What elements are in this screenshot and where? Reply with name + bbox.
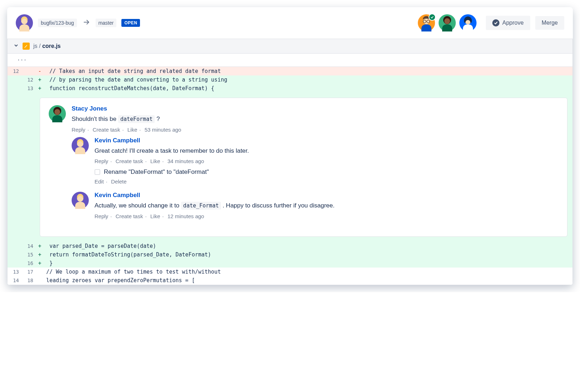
diff-line[interactable]: 12- // Takes an input date string and re… (8, 67, 572, 75)
code-text: return formatDateToString(parsed_Date, D… (43, 250, 572, 259)
timestamp: 12 minutes ago (168, 213, 204, 219)
line-num-old (8, 250, 22, 259)
line-num-old: 13 (8, 268, 22, 276)
task-checkbox[interactable] (95, 169, 100, 175)
reviewer-2[interactable] (439, 14, 456, 31)
reviewer-3[interactable] (459, 14, 477, 31)
line-num-old: 12 (8, 67, 22, 75)
line-num-new (22, 67, 36, 75)
comment-thread: Stacy Jones Shouldn't this be dateFormat… (40, 98, 567, 237)
line-num-new: 15 (22, 250, 36, 259)
diff-body: ··· 12- // Takes an input date string an… (7, 54, 573, 285)
line-num-old (8, 75, 22, 84)
line-num-new: 13 (22, 84, 36, 93)
diff-marker (36, 268, 43, 276)
code-text: leading zeroes var prependZeroPermutatio… (43, 276, 572, 285)
timestamp: 53 minutes ago (145, 127, 182, 133)
pr-card: bugfix/123-bug master OPEN Approve Merge (7, 7, 573, 285)
reply-link[interactable]: Reply (95, 158, 108, 164)
comment-avatar[interactable] (72, 137, 89, 154)
comment-author[interactable]: Stacy Jones (72, 105, 559, 112)
task-item[interactable]: Rename "DateFormat" to "dateFormat" (95, 168, 559, 176)
like-link[interactable]: Like (150, 213, 160, 219)
target-branch[interactable]: master (96, 19, 117, 27)
line-num-old (8, 242, 22, 250)
timestamp: 34 minutes ago (168, 158, 204, 164)
create-task-link[interactable]: Create task (93, 127, 120, 133)
create-task-link[interactable]: Create task (116, 213, 143, 219)
code-text: var parsed_Date = parseDate(date) (43, 242, 572, 250)
comment-avatar[interactable] (72, 192, 89, 209)
line-num-old (8, 259, 22, 268)
file-modified-icon (23, 43, 30, 50)
edit-link[interactable]: Edit (95, 178, 104, 185)
line-num-new: 17 (22, 268, 36, 276)
comment-actions: Reply· Create task· Like· 12 minutes ago (95, 213, 559, 219)
code-text: // We loop a maximum of two times to tes… (43, 268, 572, 276)
comment-2: Kevin Campbell Great catch! I'll create … (72, 137, 559, 189)
author-avatar[interactable] (16, 14, 33, 31)
diff-line[interactable]: 15+ return formatDateToString(parsed_Dat… (8, 250, 572, 259)
diff-marker: + (36, 75, 43, 84)
merge-button[interactable]: Merge (535, 16, 564, 30)
check-circle-icon (492, 19, 499, 26)
line-num-new: 16 (22, 259, 36, 268)
comment-actions: Reply· Create task· Like· 34 minutes ago (95, 158, 559, 164)
create-task-link[interactable]: Create task (116, 158, 143, 164)
diff-marker: + (36, 84, 43, 93)
code-text: // by parsing the date and converting to… (43, 75, 572, 84)
diff-line[interactable]: 13+ function reconstructDateMatches(date… (8, 84, 572, 93)
reply-link[interactable]: Reply (95, 213, 108, 219)
comment-text: Shouldn't this be dateFormat ? (72, 114, 559, 124)
line-num-old (8, 84, 22, 93)
source-branch[interactable]: bugfix/123-bug (38, 19, 77, 27)
approve-button[interactable]: Approve (486, 16, 530, 30)
diff-marker: + (36, 259, 43, 268)
reviewer-1[interactable] (418, 14, 435, 31)
like-link[interactable]: Like (150, 158, 160, 164)
chevron-down-icon[interactable] (13, 43, 19, 50)
diff-marker (36, 276, 43, 285)
code-text: function reconstructDateMatches(date, Da… (43, 84, 572, 93)
diff-marker: + (36, 242, 43, 250)
comment-author[interactable]: Kevin Campbell (95, 192, 559, 199)
approved-check-icon (429, 14, 436, 21)
task-actions: Edit· Delete (95, 178, 559, 185)
diff-marker: - (36, 67, 43, 75)
comment-text: Actually, we should change it to date_Fo… (95, 201, 559, 210)
line-num-new: 14 (22, 242, 36, 250)
comment-thread-wrap: Stacy Jones Shouldn't this be dateFormat… (8, 93, 572, 242)
diff-line[interactable]: 1418leading zeroes var prependZeroPermut… (8, 276, 572, 285)
diff-expand[interactable]: ··· (8, 54, 572, 67)
reviewers (418, 14, 477, 31)
file-path: js / core.js (33, 43, 61, 49)
line-num-new: 12 (22, 75, 36, 84)
comment-author[interactable]: Kevin Campbell (95, 137, 559, 144)
diff-line[interactable]: 16+ } (8, 259, 572, 268)
comment-avatar[interactable] (49, 105, 66, 122)
comment-text: Great catch! I'll create a task to remem… (95, 146, 559, 156)
line-num-old: 14 (8, 276, 22, 285)
pr-header: bugfix/123-bug master OPEN Approve Merge (7, 7, 573, 39)
diff-marker: + (36, 250, 43, 259)
comment-3: Kevin Campbell Actually, we should chang… (72, 192, 559, 224)
status-badge: OPEN (121, 19, 140, 27)
comment-actions: Reply· Create task· Like· 53 minutes ago (72, 127, 559, 133)
line-num-new: 18 (22, 276, 36, 285)
diff-line[interactable]: 14+ var parsed_Date = parseDate(date) (8, 242, 572, 250)
delete-link[interactable]: Delete (111, 178, 126, 185)
file-header[interactable]: js / core.js (7, 39, 573, 54)
like-link[interactable]: Like (127, 127, 137, 133)
arrow-icon (82, 18, 91, 28)
code-text: // Takes an input date string and relate… (43, 67, 572, 75)
diff-line[interactable]: 1317// We loop a maximum of two times to… (8, 268, 572, 276)
diff-line[interactable]: 12+ // by parsing the date and convertin… (8, 75, 572, 84)
reply-link[interactable]: Reply (72, 127, 85, 133)
comment-1: Stacy Jones Shouldn't this be dateFormat… (49, 105, 559, 226)
code-text: } (43, 259, 572, 268)
task-text: Rename "DateFormat" to "dateFormat" (104, 168, 209, 176)
